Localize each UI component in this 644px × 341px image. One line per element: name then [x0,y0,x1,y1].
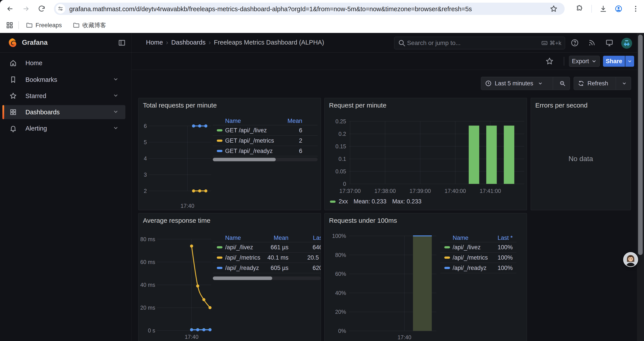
bookmark-star-icon[interactable] [549,4,558,14]
panel-requests-under-100ms: Requests under 100ms 100%80%60%40%20%0%1… [324,213,527,341]
series-point [198,189,201,192]
floating-assistant-avatar[interactable] [623,252,638,267]
legend-row[interactable]: GET /api/_/readyz6 [213,146,318,156]
news-rss-icon[interactable] [586,38,597,48]
y-axis-tick-label: 80% [335,252,346,258]
back-icon[interactable] [5,4,15,14]
reload-icon[interactable] [37,4,46,14]
legend-column-header[interactable]: Las [313,234,321,241]
series-point [204,124,207,128]
legend-series-name[interactable]: /api/_/metrics [453,254,488,261]
legend-column-header[interactable]: Mean [287,117,302,124]
refresh-interval-dropdown[interactable] [618,81,627,86]
legend-value: 6 [299,148,302,154]
sidebar-item-label: Home [26,60,42,67]
legend-series-name[interactable]: /api/_/readyz [453,265,486,271]
chevron-down-icon [591,58,597,64]
legend-column-header[interactable]: Name [225,234,241,241]
legend-row[interactable]: /api/_/livez100% [440,242,516,253]
user-avatar[interactable] [621,38,632,49]
help-icon[interactable] [570,38,580,48]
sidebar-item-bookmarks[interactable]: Bookmarks [3,73,126,87]
y-axis-tick-label: 0.25 [335,118,346,124]
share-button[interactable]: Share [603,56,625,67]
chevron-down-icon[interactable] [113,76,119,83]
sidebar-item-starred[interactable]: Starred [3,89,126,103]
downloads-icon[interactable] [598,4,608,14]
url-text[interactable]: grafana.mathmast.com/d/deytv4rwavabkb/fr… [69,6,472,13]
favorite-star-icon[interactable] [544,56,555,67]
y-axis-tick-label: 40 ms [140,282,155,288]
legend-series-name[interactable]: GET /api/_/metrics [225,137,274,144]
search-input[interactable]: Search or jump to... ⌘+k [394,37,565,49]
chevron-down-icon[interactable] [113,109,119,116]
refresh-button[interactable]: Refresh [578,80,614,87]
legend-row[interactable]: /api/_/readyz605 µs620 [213,263,321,273]
folder-icon [73,22,80,29]
sidebar-item-label: Starred [26,92,46,100]
button-divider [616,77,616,90]
sidebar-toggle-icon[interactable] [116,38,127,48]
zoom-out-button[interactable] [555,80,566,87]
legend-series-name[interactable]: GET /api/_/livez [225,127,267,134]
bookmark-folder-freeleaps[interactable]: Freeleaps [23,20,65,31]
legend-column-header[interactable]: Name [225,117,241,124]
sidebar-item-alerting[interactable]: Alerting [3,121,126,135]
star-icon [9,92,18,100]
kiosk-monitor-icon[interactable] [604,38,615,48]
chevron-down-icon[interactable] [113,92,119,99]
chevron-down-icon [627,59,632,64]
legend-series-name[interactable]: /api/_/metrics [225,254,260,261]
legend-column-header[interactable]: Mean [274,234,288,241]
series-line [192,246,210,308]
bookmark-folder-blogs[interactable]: 收藏博客 [70,20,109,31]
legend-row[interactable]: /api/_/metrics100% [440,253,516,263]
chevron-down-icon [538,81,543,86]
refresh-group: Refresh [574,77,631,90]
legend-row[interactable]: /api/_/livez661 µs646 [213,242,321,253]
bookmark-label: Freeleaps [36,22,62,29]
address-bar[interactable]: grafana.mathmast.com/d/deytv4rwavabkb/fr… [54,3,565,15]
browser-menu-icon[interactable] [631,4,640,14]
breadcrumb-home[interactable]: Home [146,39,163,46]
legend-row[interactable]: /api/_/metrics40.1 ms20.5 r [213,253,321,263]
export-button[interactable]: Export [569,56,600,67]
y-axis-tick-label: 2 [144,188,147,194]
legend-value: 620 [312,265,321,271]
legend-series-name[interactable]: GET /api/_/readyz [225,148,273,154]
legend-header: NameLast * [440,233,516,242]
breadcrumb-separator: › [206,39,214,46]
forward-icon[interactable] [21,4,31,14]
x-axis-tick-label: 17:40 [185,334,198,340]
grafana-logo[interactable] [8,38,17,48]
apps-grid-icon[interactable] [5,21,14,30]
legend-row[interactable]: GET /api/_/livez6 [213,125,318,136]
legend-scrollbar[interactable] [213,276,321,280]
share-dropdown-button[interactable] [625,56,634,67]
chevron-down-icon[interactable] [113,125,119,132]
browser-toolbar: grafana.mathmast.com/d/deytv4rwavabkb/fr… [0,0,644,18]
extensions-icon[interactable] [575,4,584,14]
legend-scrollbar[interactable] [213,158,318,161]
legend-series-name[interactable]: /api/_/readyz [225,265,259,271]
site-settings-icon[interactable] [56,4,65,14]
legend-item[interactable]: 2xx [330,198,348,205]
legend-mean: Mean: 0.233 [354,198,386,205]
legend-row[interactable]: /api/_/readyz100% [440,263,516,273]
legend-series-name[interactable]: /api/_/livez [225,244,253,251]
panel-title[interactable]: Errors per second [535,102,588,109]
time-range-picker[interactable]: Last 5 minutes [485,80,549,87]
series-point [198,124,201,128]
legend-column-header[interactable]: Name [453,234,468,241]
sidebar-item-dashboards[interactable]: Dashboards [3,105,126,119]
breadcrumb-dashboards[interactable]: Dashboards [171,39,206,46]
sidebar-item-home[interactable]: Home [3,56,126,70]
legend-row[interactable]: GET /api/_/metrics2 [213,136,318,146]
subheader-separator [564,57,564,66]
browser-profile-icon[interactable] [614,4,624,14]
legend-column-header[interactable]: Last * [498,234,513,241]
page-scrollbar-thumb[interactable] [638,35,643,255]
x-axis-tick-label: 17:40 [180,203,194,209]
legend-series-name[interactable]: /api/_/livez [453,244,481,251]
x-axis-tick-label: 17:40:00 [444,188,466,194]
